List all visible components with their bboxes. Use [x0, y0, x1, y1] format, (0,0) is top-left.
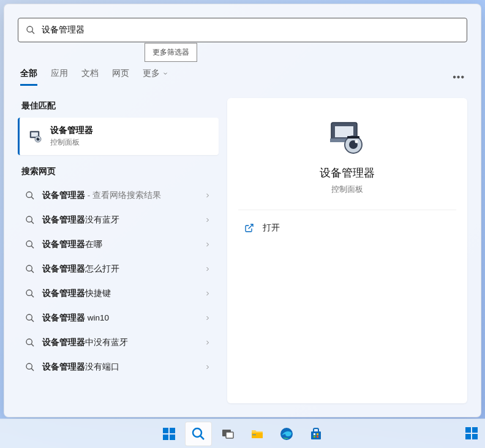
svg-point-11	[26, 241, 32, 246]
web-result-item[interactable]: 设备管理器没有端口	[18, 355, 219, 379]
tab-all[interactable]: 全部	[20, 68, 37, 86]
open-action[interactable]: 打开	[238, 218, 456, 238]
svg-point-0	[27, 26, 32, 32]
web-result-item[interactable]: 设备管理器 win10	[18, 306, 219, 330]
web-result-item[interactable]: 设备管理器在哪	[18, 232, 219, 257]
svg-point-7	[26, 192, 32, 197]
taskbar-store[interactable]	[303, 422, 329, 446]
web-result-label: 设备管理器中没有蓝牙	[42, 337, 197, 348]
search-icon	[25, 264, 35, 274]
detail-subtitle: 控制面板	[331, 184, 363, 195]
search-icon	[25, 338, 35, 347]
svg-line-30	[249, 224, 253, 229]
svg-rect-29	[347, 136, 359, 139]
tabs-row: 全部 应用 文档 网页 更多 •••	[18, 68, 467, 86]
web-result-item[interactable]: 设备管理器 - 查看网络搜索结果	[18, 183, 219, 208]
web-result-label: 设备管理器 - 查看网络搜索结果	[42, 190, 197, 201]
taskbar-widgets[interactable]	[464, 426, 479, 441]
svg-rect-44	[317, 433, 318, 435]
svg-line-36	[200, 436, 204, 439]
best-match-item[interactable]: 设备管理器 控制面板	[18, 118, 219, 155]
chevron-right-icon	[204, 265, 211, 273]
chevron-right-icon	[204, 339, 211, 346]
svg-line-22	[31, 368, 34, 371]
web-result-item[interactable]: 设备管理器快捷键	[18, 281, 219, 306]
svg-line-1	[32, 31, 34, 34]
svg-line-14	[31, 270, 34, 273]
divider	[238, 210, 456, 210]
taskbar-taskview[interactable]	[214, 422, 241, 446]
search-input[interactable]	[42, 25, 459, 35]
chevron-right-icon	[204, 363, 211, 371]
tab-docs[interactable]: 文档	[81, 68, 99, 86]
taskbar-search[interactable]	[185, 422, 212, 446]
taskbar-start[interactable]	[156, 422, 182, 446]
open-label: 打开	[263, 222, 280, 233]
search-icon	[25, 215, 35, 225]
svg-line-18	[31, 319, 34, 322]
search-icon	[25, 362, 35, 372]
taskbar-explorer[interactable]	[244, 422, 271, 446]
filters-tooltip: 更多筛选器	[145, 43, 197, 62]
web-results-list: 设备管理器 - 查看网络搜索结果设备管理器没有蓝牙设备管理器在哪设备管理器怎么打…	[18, 183, 219, 379]
best-match-subtitle: 控制面板	[50, 137, 93, 148]
chevron-down-icon	[162, 70, 168, 77]
tab-apps[interactable]: 应用	[51, 68, 68, 86]
svg-rect-49	[465, 434, 471, 439]
svg-point-35	[193, 428, 201, 437]
tab-web[interactable]: 网页	[112, 68, 129, 86]
svg-rect-40	[252, 435, 256, 435]
svg-rect-31	[163, 428, 168, 433]
svg-rect-24	[335, 126, 353, 137]
content-row: 最佳匹配 设备管理器 控制面板 搜索网页 设备管理器 -	[18, 98, 467, 403]
chevron-right-icon	[204, 290, 211, 297]
search-icon	[26, 25, 36, 35]
web-result-label: 设备管理器快捷键	[42, 288, 197, 299]
svg-point-13	[26, 265, 32, 271]
taskbar	[0, 419, 485, 448]
svg-rect-32	[170, 428, 175, 433]
tab-more[interactable]: 更多	[143, 68, 168, 86]
search-icon	[25, 313, 35, 323]
web-result-label: 设备管理器在哪	[42, 239, 197, 250]
detail-icon	[328, 120, 367, 154]
chevron-right-icon	[204, 216, 211, 224]
svg-rect-39	[252, 433, 263, 438]
device-manager-icon	[28, 129, 43, 144]
detail-title: 设备管理器	[320, 165, 375, 180]
web-result-item[interactable]: 设备管理器怎么打开	[18, 257, 219, 281]
svg-point-6	[39, 137, 40, 139]
web-result-item[interactable]: 设备管理器没有蓝牙	[18, 208, 219, 232]
svg-point-28	[355, 140, 358, 143]
chevron-right-icon	[204, 241, 211, 248]
more-options-button[interactable]: •••	[453, 72, 465, 83]
search-web-header: 搜索网页	[18, 164, 219, 183]
open-icon	[244, 223, 254, 233]
search-bar[interactable]: 更多筛选器	[18, 18, 467, 42]
svg-rect-46	[317, 436, 318, 438]
web-result-item[interactable]: 设备管理器中没有蓝牙	[18, 330, 219, 355]
svg-point-15	[26, 290, 32, 295]
search-window: 更多筛选器 全部 应用 文档 网页 更多 ••• 最佳匹配	[4, 4, 481, 417]
svg-rect-45	[314, 436, 315, 438]
search-icon	[25, 240, 35, 249]
web-result-label: 设备管理器怎么打开	[42, 264, 197, 275]
svg-rect-48	[472, 427, 478, 433]
svg-rect-33	[163, 435, 168, 440]
chevron-right-icon	[204, 314, 211, 322]
chevron-right-icon	[204, 192, 211, 199]
svg-rect-43	[314, 433, 315, 435]
web-result-label: 设备管理器没有蓝牙	[42, 215, 197, 226]
svg-rect-50	[472, 434, 478, 439]
best-match-title: 设备管理器	[50, 125, 93, 136]
best-match-header: 最佳匹配	[18, 98, 219, 118]
svg-rect-34	[170, 435, 175, 440]
svg-point-9	[26, 216, 32, 222]
web-result-label: 设备管理器 win10	[42, 313, 197, 324]
svg-line-20	[31, 344, 34, 346]
svg-rect-42	[311, 431, 321, 439]
svg-rect-47	[465, 427, 471, 433]
taskbar-edge[interactable]	[273, 422, 300, 446]
search-icon	[25, 191, 35, 200]
svg-rect-38	[226, 432, 233, 438]
